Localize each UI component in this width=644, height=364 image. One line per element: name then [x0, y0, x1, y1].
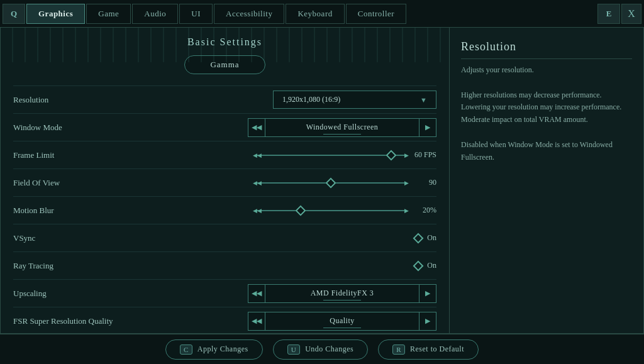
- fsr-label: FSR Super Resolution Quality: [13, 316, 139, 326]
- fsr-prev[interactable]: ◀◀: [248, 312, 265, 331]
- tab-audio[interactable]: Audio: [132, 4, 178, 24]
- fsr-arrows: ◀◀ Quality ▶: [248, 312, 436, 331]
- toggle-icon: [413, 233, 424, 243]
- undo-key: U: [287, 345, 300, 355]
- tab-controller[interactable]: Controller: [346, 4, 406, 24]
- apply-key: C: [180, 345, 192, 355]
- table-row: FSR Super Resolution Quality ◀◀ Quality …: [13, 307, 436, 334]
- frame-limit-label: Frame Limit: [13, 150, 139, 160]
- slider-thumb[interactable]: [326, 177, 336, 188]
- fov-label: Field Of View: [13, 178, 139, 188]
- close-button[interactable]: X: [621, 4, 641, 24]
- ray-tracing-control: On: [139, 261, 436, 270]
- slider-right-icon: ▶: [404, 152, 409, 158]
- upscaling-value: AMD FidelityFX 3: [265, 284, 419, 303]
- toggle-icon: [413, 260, 424, 271]
- upscaling-next[interactable]: ▶: [419, 284, 436, 303]
- fov-control: ◀◀ ▶ 90: [139, 178, 436, 188]
- reset-default-button[interactable]: R Reset to Default: [378, 339, 479, 360]
- section-title: Basic Settings: [1, 28, 449, 55]
- frame-limit-value: 60 FPS: [411, 150, 436, 160]
- slider-thumb[interactable]: [386, 150, 397, 160]
- window-mode-label: Window Mode: [13, 123, 139, 133]
- fov-value: 90: [411, 178, 436, 187]
- tab-accessibility[interactable]: Accessibility: [214, 4, 284, 24]
- resolution-dropdown[interactable]: 1,920x1,080 (16:9) ▼: [273, 91, 436, 109]
- slider-track[interactable]: ◀◀ ▶: [255, 150, 406, 160]
- chevron-down-icon: ▼: [420, 96, 427, 104]
- fsr-next[interactable]: ▶: [419, 312, 436, 331]
- fov-slider: ◀◀ ▶ 90: [139, 178, 436, 188]
- bottom-bar: C Apply Changes U Undo Changes R Reset t…: [0, 334, 644, 364]
- resolution-control: 1,920x1,080 (16:9) ▼: [139, 91, 436, 109]
- table-row: Upscaling ◀◀ AMD FidelityFX 3 ▶: [13, 279, 436, 307]
- upscaling-arrows: ◀◀ AMD FidelityFX 3 ▶: [248, 284, 436, 303]
- table-row: Field Of View ◀◀ ▶ 90: [13, 168, 436, 196]
- vsync-control: On: [139, 233, 436, 243]
- upscaling-prev[interactable]: ◀◀: [248, 284, 265, 303]
- frame-limit-control: ◀◀ ▶ 60 FPS: [139, 150, 436, 160]
- motion-blur-slider: ◀◀ ▶ 20%: [139, 206, 436, 216]
- nav-left-key[interactable]: Q: [3, 4, 25, 24]
- tab-graphics[interactable]: Graphics: [26, 4, 85, 24]
- tab-ui[interactable]: UI: [179, 4, 213, 24]
- nav-right-key[interactable]: E: [597, 4, 620, 24]
- undo-changes-button[interactable]: U Undo Changes: [273, 339, 368, 360]
- window-mode-prev[interactable]: ◀◀: [248, 118, 265, 137]
- table-row: VSync On: [13, 224, 436, 251]
- table-row: Motion Blur ◀◀ ▶ 20%: [13, 196, 436, 224]
- slider-thumb[interactable]: [296, 205, 306, 216]
- window-mode-control: ◀◀ Windowed Fullscreen ▶: [139, 118, 436, 137]
- slider-right-icon: ▶: [404, 180, 409, 186]
- info-title: Resolution: [461, 40, 632, 59]
- table-row: Ray Tracing On: [13, 251, 436, 279]
- top-nav: Q Graphics Game Audio UI Accessibility K…: [0, 0, 644, 28]
- fsr-control: ◀◀ Quality ▶: [139, 312, 436, 331]
- gamma-pill: Gamma: [1, 55, 449, 74]
- motion-blur-value: 20%: [411, 206, 436, 215]
- vsync-toggle[interactable]: On: [414, 233, 436, 243]
- slider-left-icon: ◀◀: [253, 180, 262, 186]
- ray-tracing-toggle[interactable]: On: [414, 261, 436, 270]
- info-text: Adjusts your resolution. Higher resoluti…: [461, 64, 632, 163]
- ray-tracing-label: Ray Tracing: [13, 261, 139, 271]
- motion-blur-label: Motion Blur: [13, 206, 139, 216]
- tab-keyboard[interactable]: Keyboard: [286, 4, 344, 24]
- table-row: Window Mode ◀◀ Windowed Fullscreen ▶: [13, 113, 436, 141]
- slider-line: [255, 210, 406, 211]
- slider-right-icon: ▶: [404, 207, 409, 214]
- reset-key: R: [392, 345, 405, 355]
- vsync-value: On: [427, 233, 436, 243]
- fsr-value: Quality: [265, 312, 419, 331]
- ray-tracing-value: On: [427, 261, 436, 270]
- resolution-label: Resolution: [13, 95, 139, 105]
- motion-blur-control: ◀◀ ▶ 20%: [139, 206, 436, 216]
- left-panel: Basic Settings Gamma Resolution 1,920x1,…: [0, 28, 450, 334]
- slider-track[interactable]: ◀◀ ▶: [255, 178, 406, 188]
- upscaling-control: ◀◀ AMD FidelityFX 3 ▶: [139, 284, 436, 303]
- table-row: Resolution 1,920x1,080 (16:9) ▼: [13, 85, 436, 113]
- window-mode-arrows: ◀◀ Windowed Fullscreen ▶: [248, 118, 436, 137]
- window-mode-value: Windowed Fullscreen: [265, 118, 419, 137]
- slider-track[interactable]: ◀◀ ▶: [255, 206, 406, 216]
- upscaling-label: Upscaling: [13, 289, 139, 299]
- frame-limit-slider: ◀◀ ▶ 60 FPS: [139, 150, 436, 160]
- slider-line: [255, 155, 406, 156]
- apply-changes-button[interactable]: C Apply Changes: [165, 339, 263, 360]
- right-panel: Resolution Adjusts your resolution. High…: [450, 28, 644, 334]
- tab-game[interactable]: Game: [86, 4, 131, 24]
- main-layout: Basic Settings Gamma Resolution 1,920x1,…: [0, 28, 644, 334]
- vsync-label: VSync: [13, 233, 139, 243]
- slider-left-icon: ◀◀: [253, 207, 262, 214]
- gamma-button[interactable]: Gamma: [184, 55, 265, 74]
- slider-left-icon: ◀◀: [253, 152, 262, 158]
- table-row: Frame Limit ◀◀ ▶ 60 FPS: [13, 141, 436, 168]
- settings-area: Resolution 1,920x1,080 (16:9) ▼ Window M…: [1, 85, 449, 334]
- window-mode-next[interactable]: ▶: [419, 118, 436, 137]
